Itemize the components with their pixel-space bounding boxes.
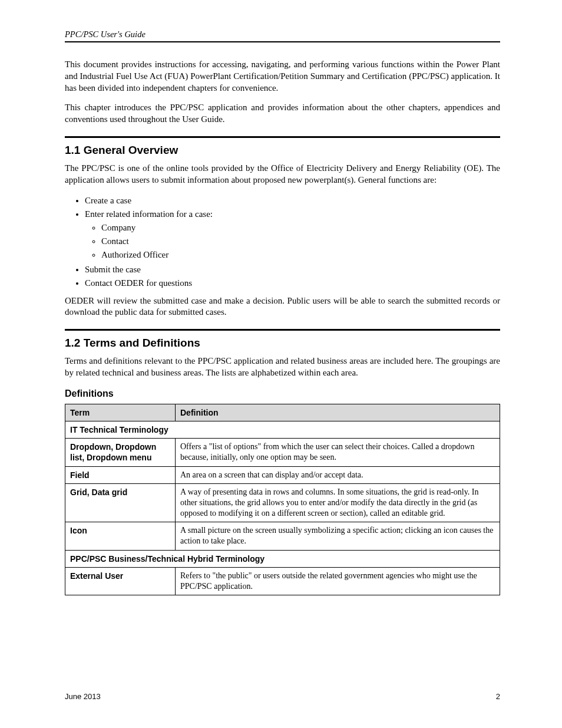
section-1-2-paragraph-1: Terms and definitions relevant to the PP… bbox=[65, 355, 500, 379]
footer-page-number: 2 bbox=[496, 692, 500, 701]
section-divider bbox=[65, 329, 500, 331]
definitions-subhead: Definitions bbox=[65, 388, 500, 399]
table-row: External User Refers to "the public" or … bbox=[65, 567, 500, 595]
section-1-2-heading: 1.2 Terms and Definitions bbox=[65, 337, 500, 350]
section-1-1-paragraph-2: OEDER will review the submitted case and… bbox=[65, 295, 500, 319]
table-row: Grid, Data grid A way of presenting data… bbox=[65, 483, 500, 522]
table-header-definition: Definition bbox=[176, 404, 500, 421]
list-item: Submit the case bbox=[85, 263, 500, 276]
page-footer: June 2013 2 bbox=[0, 692, 562, 701]
table-group-label: IT Technical Terminology bbox=[65, 421, 500, 438]
table-header-row: Term Definition bbox=[65, 404, 500, 421]
table-row: Icon A small picture on the screen usual… bbox=[65, 522, 500, 550]
table-cell-term: Field bbox=[65, 466, 176, 483]
table-group-row: IT Technical Terminology bbox=[65, 421, 500, 438]
running-head: PPC/PSC User's Guide bbox=[65, 29, 500, 42]
table-cell-definition: Refers to "the public" or users outside … bbox=[176, 567, 500, 595]
table-cell-definition: A small picture on the screen usually sy… bbox=[176, 522, 500, 550]
list-item-label: Enter related information for a case: bbox=[85, 209, 213, 219]
table-group-label: PPC/PSC Business/Technical Hybrid Termin… bbox=[65, 550, 500, 567]
table-cell-term: Grid, Data grid bbox=[65, 483, 176, 522]
table-group-row: PPC/PSC Business/Technical Hybrid Termin… bbox=[65, 550, 500, 567]
intro-paragraph-1: This document provides instructions for … bbox=[65, 59, 500, 94]
section-1-1-heading: 1.1 General Overview bbox=[65, 144, 500, 157]
section-1-1-bullet-list: Create a case Enter related information … bbox=[65, 195, 500, 289]
table-cell-term: Dropdown, Dropdown list, Dropdown menu bbox=[65, 439, 176, 466]
list-item: Create a case bbox=[85, 195, 500, 207]
table-row: Field An area on a screen that can displ… bbox=[65, 466, 500, 483]
table-cell-term: Icon bbox=[65, 522, 176, 550]
list-item: Contact bbox=[101, 235, 500, 248]
definitions-table: Term Definition IT Technical Terminology… bbox=[65, 404, 500, 595]
table-header-term: Term bbox=[65, 404, 176, 421]
section-1-1-paragraph-1: The PPC/PSC is one of the online tools p… bbox=[65, 163, 500, 186]
intro-paragraph-2: This chapter introduces the PPC/PSC appl… bbox=[65, 102, 500, 126]
list-item: Company bbox=[101, 222, 500, 234]
table-cell-definition: A way of presenting data in rows and col… bbox=[176, 483, 500, 522]
table-cell-term: External User bbox=[65, 567, 176, 595]
list-item: Enter related information for a case: Co… bbox=[85, 208, 500, 261]
table-cell-definition: Offers a "list of options" from which th… bbox=[176, 439, 500, 466]
footer-date: June 2013 bbox=[65, 692, 101, 701]
table-cell-definition: An area on a screen that can display and… bbox=[176, 466, 500, 483]
section-divider bbox=[65, 136, 500, 138]
nested-bullet-list: Company Contact Authorized Officer bbox=[85, 222, 500, 261]
list-item: Contact OEDER for questions bbox=[85, 277, 500, 289]
list-item: Authorized Officer bbox=[101, 249, 500, 261]
table-row: Dropdown, Dropdown list, Dropdown menu O… bbox=[65, 439, 500, 466]
